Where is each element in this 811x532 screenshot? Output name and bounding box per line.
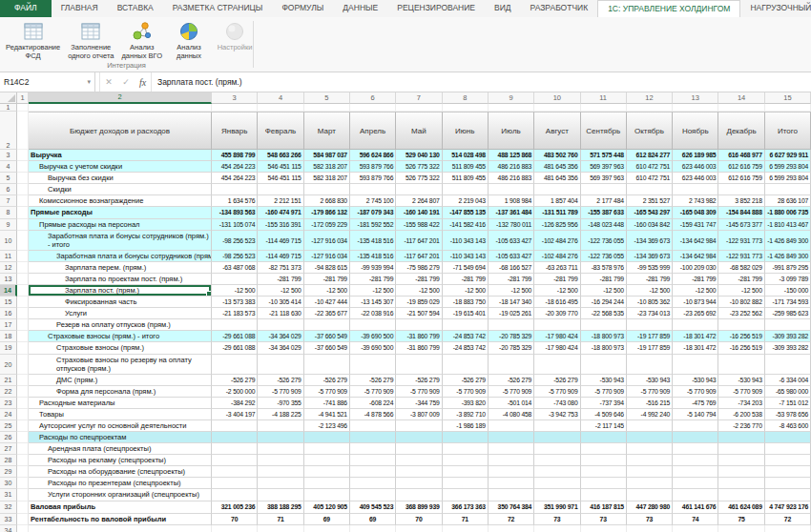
cell[interactable]: -34 364 029 xyxy=(258,331,303,342)
cell[interactable] xyxy=(581,319,627,331)
cell[interactable]: -31 860 799 xyxy=(396,331,442,342)
ribbon-tab[interactable]: РЕЦЕНЗИРОВАНИЕ xyxy=(387,0,485,17)
cell[interactable]: 366 173 363 xyxy=(443,501,489,514)
cell[interactable]: -10 873 944 xyxy=(673,297,718,308)
cell[interactable]: 69 xyxy=(304,514,350,525)
cell[interactable] xyxy=(304,319,350,331)
cell[interactable]: 488 125 868 xyxy=(489,150,534,161)
cell[interactable]: -281 799 xyxy=(350,274,396,285)
cell[interactable]: -37 660 549 xyxy=(304,331,350,342)
cell[interactable]: -102 484 276 xyxy=(534,231,580,251)
cell[interactable]: -21 118 630 xyxy=(258,308,303,319)
cell[interactable]: -4 188 225 xyxy=(258,409,303,420)
cell[interactable]: -5 770 909 xyxy=(534,386,580,398)
cell[interactable] xyxy=(534,478,580,489)
cell[interactable] xyxy=(258,319,303,331)
cell[interactable]: -741 886 xyxy=(304,398,350,409)
cell[interactable]: -18 301 472 xyxy=(673,342,718,354)
row-label-cell[interactable]: Аутсорсинг услуг по основной деятельност… xyxy=(29,420,212,432)
cancel-icon[interactable]: ✕ xyxy=(100,72,117,92)
cell[interactable]: 514 028 498 xyxy=(443,150,489,161)
cell[interactable]: -160 474 971 xyxy=(258,207,303,218)
cell[interactable]: -34 364 029 xyxy=(258,342,303,354)
cell[interactable] xyxy=(443,319,489,331)
cell[interactable]: -6 334 004 xyxy=(765,375,811,386)
cell[interactable]: 569 397 963 xyxy=(581,161,627,173)
cell[interactable] xyxy=(212,455,258,466)
cell[interactable] xyxy=(304,489,350,501)
cell[interactable]: -281 799 xyxy=(489,274,534,285)
cell[interactable] xyxy=(443,455,489,466)
cell[interactable]: -734 203 xyxy=(718,398,764,409)
cell[interactable]: -7 151 012 xyxy=(765,398,811,409)
row-number[interactable]: 12 xyxy=(0,262,17,274)
row-number[interactable]: 20 xyxy=(0,355,17,375)
cell[interactable]: -127 916 034 xyxy=(304,231,350,251)
cell[interactable]: -501 014 xyxy=(489,398,534,409)
cell[interactable] xyxy=(304,443,350,455)
cell[interactable] xyxy=(350,184,396,195)
cell[interactable]: -5 770 909 xyxy=(258,386,303,398)
cell[interactable] xyxy=(212,478,258,489)
cell[interactable]: -19 025 261 xyxy=(489,308,534,319)
cell[interactable]: -18 800 973 xyxy=(581,342,627,354)
cell[interactable]: 612 616 759 xyxy=(718,173,764,184)
cell[interactable] xyxy=(534,432,580,443)
cell[interactable] xyxy=(212,443,258,455)
cell[interactable]: 511 809 455 xyxy=(443,173,489,184)
cell[interactable]: 593 879 766 xyxy=(350,161,396,173)
cell[interactable]: 70 xyxy=(212,514,258,525)
row-number[interactable]: 13 xyxy=(0,274,17,285)
cell[interactable] xyxy=(258,432,303,443)
cell[interactable]: 483 502 760 xyxy=(534,150,580,161)
cell[interactable] xyxy=(304,432,350,443)
column-header[interactable]: 10 xyxy=(534,92,580,104)
cell[interactable] xyxy=(258,104,303,112)
cell[interactable] xyxy=(673,443,718,455)
cell[interactable]: -10 427 444 xyxy=(304,297,350,308)
ribbon-button[interactable]: Анализданных ВГО xyxy=(117,18,166,61)
cell[interactable] xyxy=(765,525,811,532)
cell[interactable] xyxy=(489,355,534,375)
cell[interactable]: 623 446 003 xyxy=(673,173,718,184)
ribbon-tab[interactable]: НАГРУЗОЧНЫЙ ТЕСТ xyxy=(740,0,811,17)
cell[interactable]: -99 535 999 xyxy=(627,262,673,274)
cell[interactable]: -122 931 773 xyxy=(718,231,764,251)
cell[interactable]: -5 770 909 xyxy=(489,386,534,398)
row-number[interactable]: 14 xyxy=(0,285,17,297)
cell[interactable] xyxy=(627,455,673,466)
cell[interactable]: -3 404 197 xyxy=(212,409,258,420)
cell[interactable]: 2 264 807 xyxy=(396,195,442,207)
cell[interactable]: 623 446 003 xyxy=(673,161,718,173)
cell[interactable]: 6 627 929 911 xyxy=(765,150,811,161)
cell[interactable]: -344 759 xyxy=(396,398,442,409)
ribbon-tab[interactable]: 1С: УПРАВЛЕНИЕ ХОЛДИНГОМ xyxy=(597,0,740,17)
row-number[interactable]: 5 xyxy=(0,173,17,184)
cell[interactable]: -10 802 882 xyxy=(718,297,764,308)
cell[interactable]: -530 943 xyxy=(627,375,673,386)
cell[interactable]: 71 xyxy=(258,514,303,525)
row-label-cell[interactable]: Заработная плата и бонусы сотрудников (п… xyxy=(29,231,212,251)
cell[interactable]: -179 866 132 xyxy=(304,207,350,218)
cell[interactable]: -18 616 495 xyxy=(534,297,580,308)
cell[interactable] xyxy=(258,455,303,466)
cell[interactable] xyxy=(258,443,303,455)
column-header[interactable]: 1 xyxy=(17,92,29,104)
cell[interactable]: -5 140 794 xyxy=(673,409,718,420)
cell[interactable]: 6 599 293 804 xyxy=(765,161,811,173)
cell[interactable] xyxy=(489,525,534,532)
cell[interactable] xyxy=(581,432,627,443)
cell[interactable]: -98 256 523 xyxy=(212,231,258,251)
cell[interactable]: -16 294 244 xyxy=(581,297,627,308)
cell[interactable] xyxy=(17,319,29,331)
cell[interactable]: 529 040 130 xyxy=(396,150,442,161)
cell[interactable] xyxy=(627,184,673,195)
cell[interactable]: -155 988 422 xyxy=(396,219,442,231)
cell[interactable]: -117 647 201 xyxy=(396,251,442,262)
cell[interactable] xyxy=(396,443,442,455)
column-header[interactable]: 5 xyxy=(304,92,350,104)
cell[interactable]: 72 xyxy=(489,514,534,525)
cell[interactable]: -83 578 976 xyxy=(581,262,627,274)
cell[interactable]: -12 500 xyxy=(581,285,627,297)
cell[interactable] xyxy=(350,443,396,455)
